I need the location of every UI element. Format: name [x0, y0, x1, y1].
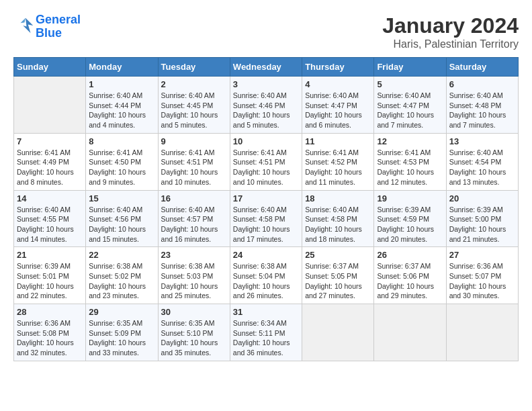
day-info: Sunrise: 6:40 AM Sunset: 4:56 PM Dayligh… — [89, 205, 154, 244]
calendar-cell: 13 Sunrise: 6:40 AM Sunset: 4:54 PM Dayl… — [446, 133, 518, 190]
day-number: 29 — [89, 307, 154, 317]
calendar-cell: 10 Sunrise: 6:41 AM Sunset: 4:51 PM Dayl… — [230, 133, 302, 190]
calendar-cell: 2 Sunrise: 6:40 AM Sunset: 4:45 PM Dayli… — [158, 77, 230, 134]
sunrise: Sunrise: 6:41 AM — [17, 148, 71, 156]
calendar-cell: 23 Sunrise: 6:38 AM Sunset: 5:03 PM Dayl… — [158, 247, 230, 304]
sunset: Sunset: 4:51 PM — [161, 158, 214, 166]
svg-marker-1 — [21, 18, 26, 24]
sunrise: Sunrise: 6:38 AM — [89, 262, 142, 270]
sunset: Sunset: 4:56 PM — [89, 215, 141, 223]
daylight: Daylight: 10 hours and 30 minutes. — [449, 282, 506, 300]
logo-text: General Blue — [36, 13, 81, 40]
calendar-cell: 5 Sunrise: 6:40 AM Sunset: 4:47 PM Dayli… — [374, 77, 446, 134]
daylight: Daylight: 10 hours and 4 minutes. — [89, 111, 146, 129]
day-info: Sunrise: 6:39 AM Sunset: 5:01 PM Dayligh… — [17, 261, 83, 301]
day-info: Sunrise: 6:38 AM Sunset: 5:04 PM Dayligh… — [233, 261, 299, 301]
day-number: 21 — [17, 250, 83, 260]
day-info: Sunrise: 6:40 AM Sunset: 4:44 PM Dayligh… — [89, 91, 154, 130]
day-info: Sunrise: 6:40 AM Sunset: 4:55 PM Dayligh… — [17, 205, 83, 244]
calendar-cell: 26 Sunrise: 6:37 AM Sunset: 5:06 PM Dayl… — [374, 247, 446, 304]
sunrise: Sunrise: 6:40 AM — [89, 205, 142, 214]
day-info: Sunrise: 6:40 AM Sunset: 4:57 PM Dayligh… — [161, 205, 227, 244]
day-number: 8 — [89, 136, 154, 146]
logo-bird-icon — [15, 15, 36, 36]
calendar-cell: 7 Sunrise: 6:41 AM Sunset: 4:49 PM Dayli… — [14, 133, 86, 190]
daylight: Daylight: 10 hours and 14 minutes. — [17, 225, 74, 243]
day-number: 20 — [449, 193, 515, 203]
calendar-cell: 14 Sunrise: 6:40 AM Sunset: 4:55 PM Dayl… — [14, 190, 86, 247]
sunset: Sunset: 5:06 PM — [377, 272, 429, 280]
day-number: 18 — [305, 193, 371, 203]
calendar-cell: 22 Sunrise: 6:38 AM Sunset: 5:02 PM Dayl… — [86, 247, 158, 304]
header-thursday: Thursday — [302, 58, 374, 77]
daylight: Daylight: 10 hours and 32 minutes. — [17, 338, 74, 357]
day-number: 28 — [17, 307, 83, 317]
sunset: Sunset: 4:52 PM — [305, 158, 357, 166]
sunrise: Sunrise: 6:41 AM — [89, 148, 142, 156]
day-info: Sunrise: 6:37 AM Sunset: 5:05 PM Dayligh… — [305, 261, 371, 301]
calendar-cell: 19 Sunrise: 6:39 AM Sunset: 4:59 PM Dayl… — [374, 190, 446, 247]
daylight: Daylight: 10 hours and 11 minutes. — [305, 168, 362, 186]
sunrise: Sunrise: 6:37 AM — [377, 262, 431, 270]
day-number: 27 — [449, 250, 515, 260]
sunrise: Sunrise: 6:36 AM — [449, 262, 503, 270]
day-info: Sunrise: 6:38 AM Sunset: 5:03 PM Dayligh… — [161, 261, 227, 301]
day-number: 12 — [377, 136, 443, 146]
daylight: Daylight: 10 hours and 20 minutes. — [377, 225, 434, 243]
sunrise: Sunrise: 6:35 AM — [161, 319, 215, 327]
day-info: Sunrise: 6:41 AM Sunset: 4:52 PM Dayligh… — [305, 148, 371, 187]
calendar-cell: 29 Sunrise: 6:35 AM Sunset: 5:09 PM Dayl… — [86, 304, 158, 361]
day-number: 15 — [89, 193, 154, 203]
sunset: Sunset: 4:45 PM — [161, 101, 214, 109]
sunset: Sunset: 5:00 PM — [449, 215, 502, 223]
sunset: Sunset: 4:51 PM — [233, 158, 285, 166]
day-info: Sunrise: 6:40 AM Sunset: 4:58 PM Dayligh… — [305, 205, 371, 244]
logo-blue: Blue — [36, 26, 62, 40]
sunrise: Sunrise: 6:40 AM — [161, 205, 215, 214]
day-info: Sunrise: 6:40 AM Sunset: 4:47 PM Dayligh… — [377, 91, 443, 130]
daylight: Daylight: 10 hours and 7 minutes. — [377, 111, 434, 129]
daylight: Daylight: 10 hours and 16 minutes. — [161, 225, 218, 243]
day-number: 22 — [89, 250, 154, 260]
daylight: Daylight: 10 hours and 35 minutes. — [161, 338, 218, 357]
sunrise: Sunrise: 6:40 AM — [305, 205, 359, 214]
sunset: Sunset: 5:03 PM — [161, 272, 214, 280]
day-number: 10 — [233, 136, 299, 146]
day-number: 13 — [449, 136, 515, 146]
sunrise: Sunrise: 6:40 AM — [17, 205, 71, 214]
calendar-cell: 4 Sunrise: 6:40 AM Sunset: 4:47 PM Dayli… — [302, 77, 374, 134]
sunset: Sunset: 4:58 PM — [305, 215, 357, 223]
sunrise: Sunrise: 6:40 AM — [377, 91, 431, 99]
header-monday: Monday — [86, 58, 158, 77]
sunset: Sunset: 5:11 PM — [233, 329, 285, 337]
calendar-cell — [302, 304, 374, 361]
calendar-cell: 8 Sunrise: 6:41 AM Sunset: 4:50 PM Dayli… — [86, 133, 158, 190]
sunset: Sunset: 4:58 PM — [233, 215, 285, 223]
day-info: Sunrise: 6:36 AM Sunset: 5:07 PM Dayligh… — [449, 261, 515, 301]
header-saturday: Saturday — [446, 58, 518, 77]
sunrise: Sunrise: 6:41 AM — [377, 148, 431, 156]
sunrise: Sunrise: 6:40 AM — [89, 91, 142, 99]
sunset: Sunset: 5:04 PM — [233, 272, 285, 280]
calendar-cell: 11 Sunrise: 6:41 AM Sunset: 4:52 PM Dayl… — [302, 133, 374, 190]
sunset: Sunset: 4:49 PM — [17, 158, 69, 166]
calendar-cell: 31 Sunrise: 6:34 AM Sunset: 5:11 PM Dayl… — [230, 304, 302, 361]
daylight: Daylight: 10 hours and 5 minutes. — [161, 111, 218, 129]
daylight: Daylight: 10 hours and 6 minutes. — [305, 111, 362, 129]
daylight: Daylight: 10 hours and 8 minutes. — [17, 168, 74, 186]
daylight: Daylight: 10 hours and 33 minutes. — [89, 338, 146, 357]
sunset: Sunset: 5:08 PM — [17, 329, 69, 337]
day-number: 9 — [161, 136, 227, 146]
sunset: Sunset: 4:47 PM — [305, 101, 357, 109]
day-number: 23 — [161, 250, 227, 260]
calendar-cell: 6 Sunrise: 6:40 AM Sunset: 4:48 PM Dayli… — [446, 77, 518, 134]
day-info: Sunrise: 6:40 AM Sunset: 4:47 PM Dayligh… — [305, 91, 371, 130]
sunrise: Sunrise: 6:41 AM — [305, 148, 359, 156]
sunrise: Sunrise: 6:36 AM — [17, 319, 71, 327]
day-number: 3 — [233, 79, 299, 89]
calendar-cell: 3 Sunrise: 6:40 AM Sunset: 4:46 PM Dayli… — [230, 77, 302, 134]
sunset: Sunset: 4:55 PM — [17, 215, 69, 223]
day-number: 17 — [233, 193, 299, 203]
sunrise: Sunrise: 6:39 AM — [17, 262, 71, 270]
logo: General Blue — [13, 13, 81, 40]
